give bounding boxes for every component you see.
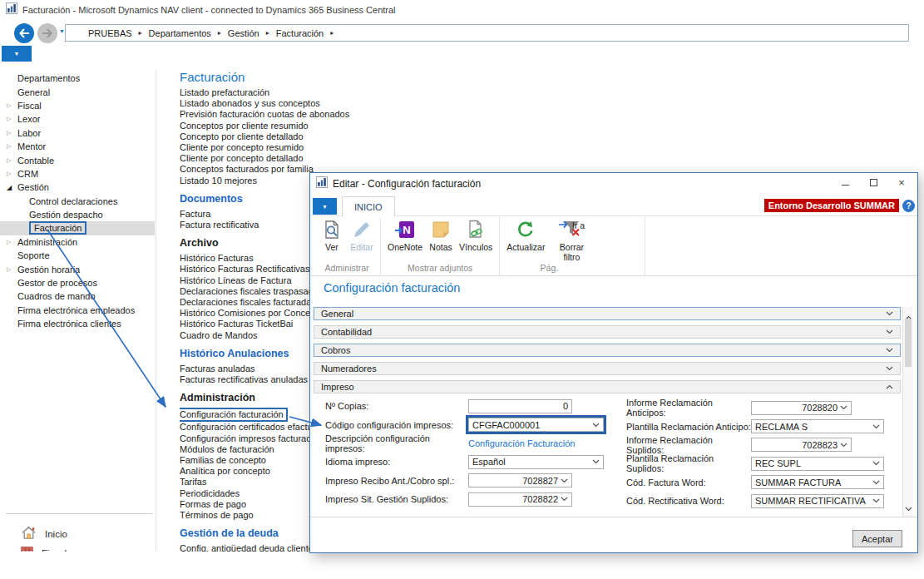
fasttab-general[interactable]: General	[314, 307, 901, 320]
combobox[interactable]: RECLAMA S	[751, 419, 884, 433]
link-historico-lineas-de-factura[interactable]: Histórico Líneas de Factura	[180, 275, 292, 285]
scrollbar-thumb[interactable]	[905, 319, 912, 367]
sidebar-item-soporte[interactable]: Soporte	[0, 249, 155, 262]
link-listado-prefacturacion[interactable]: Listado prefacturación	[180, 87, 269, 97]
link-historico-facturas-rectificativas[interactable]: Histórico Facturas Rectificativas	[180, 264, 310, 274]
sidebar-item-crm[interactable]: ▷CRM	[0, 167, 155, 181]
link-cuadro-de-mandos[interactable]: Cuadro de Mandos	[180, 330, 258, 340]
link-cliente-por-concepto-resumido[interactable]: Cliente por concepto resumido	[180, 142, 304, 152]
goto-button[interactable]: Ir a	[558, 220, 585, 230]
link-prevision-facturacion-cuotas-de-abonados[interactable]: Previsión facturación cuotas de abonados	[180, 109, 349, 119]
scroll-down-icon[interactable]	[905, 500, 912, 515]
expand-icon[interactable]: ▷	[7, 171, 17, 177]
link-conceptos-facturados-por-familia[interactable]: Conceptos facturados por familia	[180, 164, 314, 174]
link-configuracion-facturacion[interactable]: Configuración facturación	[180, 408, 288, 422]
expand-icon[interactable]: ▷	[7, 266, 17, 273]
link-tarifas[interactable]: Tarifas	[180, 477, 206, 487]
sidebar-item-gestion-despacho[interactable]: Gestión despacho	[0, 208, 155, 221]
link-conceptos-por-cliente-resumido[interactable]: Conceptos por cliente resumido	[180, 121, 309, 131]
sidebar-item-gestion[interactable]: ◢Gestión	[0, 181, 155, 194]
link-configuracion-certificados-efactura[interactable]: Configuración certificados efactura	[180, 422, 320, 432]
forward-button[interactable]	[37, 23, 57, 43]
sidebar-item-firma-electronica-empleados[interactable]: Firma electrónica empleados	[0, 304, 155, 317]
link-factura-rectificativa[interactable]: Factura rectificativa	[180, 220, 259, 230]
dropdown-icon[interactable]	[872, 424, 880, 429]
link-configuracion-impresos-facturacion[interactable]: Configuración impresos facturación	[180, 433, 323, 443]
sidebar-item-fiscal[interactable]: ▷Fiscal	[0, 99, 155, 112]
fasttab-numeradores[interactable]: Numeradores	[314, 362, 901, 375]
link-terminos-de-pago[interactable]: Términos de pago	[180, 510, 254, 520]
collapse-icon[interactable]: ◢	[7, 184, 17, 191]
sidebar-item-facturacion[interactable]: Facturación	[0, 221, 155, 235]
sidebar-item-lexor[interactable]: ▷Lexor	[0, 112, 155, 126]
link-config-antiguedad-deuda-cliente[interactable]: Config. antigüedad deuda cliente	[180, 543, 314, 552]
dropdown-icon[interactable]	[561, 478, 568, 483]
number-input[interactable]: 0	[468, 399, 572, 413]
nav-button-fiscal[interactable]: Fiscal	[21, 546, 67, 552]
sidebar-item-departamentos[interactable]: Departamentos	[0, 72, 155, 85]
link-periodicidades[interactable]: Periodicidades	[180, 488, 240, 498]
expand-icon[interactable]: ▷	[7, 116, 17, 122]
sidebar-item-mentor[interactable]: ▷Mentor	[0, 140, 155, 153]
accept-button[interactable]: Aceptar	[852, 530, 902, 547]
link-historico-facturas-ticketbai[interactable]: Histórico Facturas TicketBai	[180, 319, 293, 329]
combobox[interactable]: SUMMAR FACTURA	[751, 475, 884, 489]
actualizar-button[interactable]: Actualizar	[503, 217, 548, 252]
dropdown-icon[interactable]	[840, 405, 847, 410]
link-analitica-por-concepto[interactable]: Analítica por concepto	[180, 466, 270, 476]
breadcrumb-item-pruebas[interactable]: PRUEBAS	[88, 28, 132, 38]
sidebar-item-labor[interactable]: ▷Labor	[0, 126, 155, 140]
combobox[interactable]: 7028820	[751, 401, 852, 415]
link-modulos-de-facturacion[interactable]: Módulos de facturación	[180, 444, 274, 454]
expand-icon[interactable]: ▷	[7, 102, 17, 109]
help-icon[interactable]: ?	[902, 200, 915, 212]
link-formas-de-pago[interactable]: Formas de pago	[180, 499, 246, 509]
expand-icon[interactable]: ▷	[7, 143, 17, 150]
onenote-button[interactable]: NOneNote	[384, 217, 426, 252]
link-declaraciones-fiscales-facturadas[interactable]: Declaraciones fiscales facturadas	[180, 297, 316, 307]
link-concepto-por-cliente-detallado[interactable]: Concepto por cliente detallado	[180, 131, 304, 141]
sidebar-item-gestion-horaria[interactable]: ▷Gestión horaria	[0, 262, 155, 275]
expand-icon[interactable]: ▷	[7, 130, 17, 136]
sidebar-item-administracion[interactable]: ▷Administración	[0, 235, 155, 249]
dialog-app-menu-button[interactable]: ▼	[313, 198, 337, 215]
dropdown-icon[interactable]	[872, 461, 880, 466]
minimize-button[interactable]	[839, 176, 851, 189]
link-facturas-rectificativas-anuladas[interactable]: Facturas rectificativas anuladas	[180, 374, 308, 384]
dropdown-icon[interactable]	[872, 480, 880, 485]
combobox[interactable]: CFGFAC000001	[468, 418, 604, 432]
link-factura[interactable]: Factura	[180, 209, 210, 219]
breadcrumb-item-gestion[interactable]: Gestión	[228, 28, 259, 38]
link-historico-comisiones-por-concepto[interactable]: Histórico Comisiones por Concepto	[180, 308, 323, 318]
notas-button[interactable]: Notas	[426, 217, 456, 252]
sidebar-item-gestor-de-procesos[interactable]: Gestor de procesos	[0, 276, 155, 290]
link-familias-de-concepto[interactable]: Familias de concepto	[180, 455, 266, 465]
sidebar-item-cuadros-de-mando[interactable]: Cuadros de mando	[0, 290, 155, 303]
back-button[interactable]	[14, 23, 34, 43]
dropdown-icon[interactable]	[872, 498, 880, 503]
link-historico-facturas[interactable]: Histórico Facturas	[180, 253, 254, 263]
link-listado-abonados-y-sus-conceptos[interactable]: Listado abonados y sus conceptos	[180, 98, 320, 108]
ver-button[interactable]: Ver	[317, 217, 347, 252]
fasttab-contabilidad[interactable]: Contabilidad	[314, 325, 901, 339]
combobox[interactable]: REC SUPL	[751, 457, 884, 471]
history-dropdown-icon[interactable]: ▼	[59, 28, 65, 34]
dropdown-icon[interactable]	[592, 459, 600, 464]
combobox[interactable]: SUMMAR RECTIFICATIVA	[751, 494, 884, 508]
breadcrumb-item-facturacion[interactable]: Facturación	[276, 28, 324, 38]
combobox[interactable]: Español	[468, 455, 604, 469]
dropdown-icon[interactable]	[561, 497, 568, 502]
dropdown-icon[interactable]	[840, 443, 847, 448]
nav-button-inicio[interactable]: Inicio	[21, 525, 67, 542]
fasttab-impreso[interactable]: Impreso	[314, 380, 901, 393]
link-cliente-por-concepto-detallado[interactable]: Cliente por concepto detallado	[180, 153, 304, 163]
expand-icon[interactable]: ▷	[7, 239, 17, 245]
link-listado-10-mejores[interactable]: Listado 10 mejores	[180, 176, 257, 186]
maximize-button[interactable]	[867, 176, 879, 189]
close-button[interactable]: ×	[896, 176, 907, 189]
sidebar-item-contable[interactable]: ▷Contable	[0, 153, 155, 166]
link-facturas-anuladas[interactable]: Facturas anuladas	[180, 364, 255, 374]
link-declaraciones-fiscales-traspasadas[interactable]: Declaraciones fiscales traspasadas	[180, 286, 323, 296]
expand-icon[interactable]: ▷	[7, 157, 17, 164]
editar-button[interactable]: Editar	[347, 217, 377, 252]
